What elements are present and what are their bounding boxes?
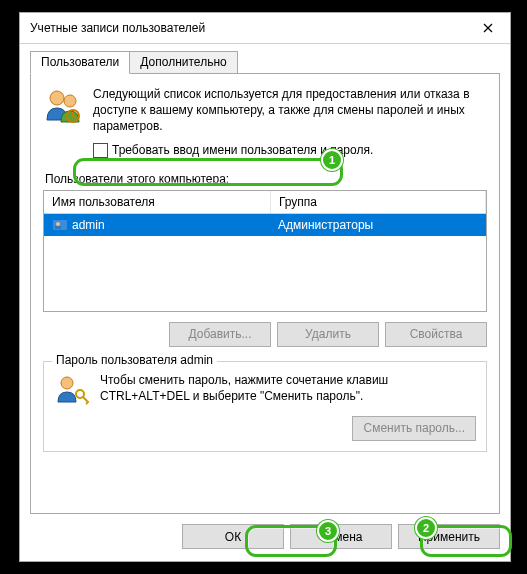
users-list[interactable]: Имя пользователя Группа admin	[43, 190, 487, 312]
ok-button[interactable]: ОК	[182, 524, 284, 549]
col-username[interactable]: Имя пользователя	[44, 191, 271, 213]
tab-advanced[interactable]: Дополнительно	[129, 51, 237, 74]
close-icon	[483, 23, 493, 33]
require-login-label[interactable]: Требовать ввод имени пользователя и паро…	[112, 143, 373, 157]
tab-content: Следующий список используется для предос…	[30, 73, 500, 514]
svg-point-0	[50, 91, 64, 105]
add-button[interactable]: Добавить...	[169, 322, 271, 347]
apply-button[interactable]: Применить	[398, 524, 500, 549]
client-area: Пользователи Дополнительно Следующий спи…	[20, 44, 510, 514]
properties-button[interactable]: Свойства	[385, 322, 487, 347]
change-password-button[interactable]: Сменить пароль...	[352, 416, 476, 441]
col-group[interactable]: Группа	[271, 191, 486, 213]
titlebar: Учетные записи пользователей	[20, 13, 510, 44]
cancel-button[interactable]: Отмена	[290, 524, 392, 549]
require-login-checkbox[interactable]	[93, 143, 108, 158]
key-user-icon	[54, 372, 90, 408]
dialog-footer: ОК Отмена Применить	[20, 514, 510, 561]
svg-point-7	[76, 390, 84, 398]
user-icon	[52, 217, 68, 233]
password-group-text: Чтобы сменить пароль, нажмите сочетание …	[100, 372, 476, 404]
svg-rect-5	[55, 226, 61, 229]
svg-point-6	[61, 377, 73, 389]
list-header: Имя пользователя Группа	[44, 191, 486, 214]
tab-users[interactable]: Пользователи	[30, 51, 130, 74]
tab-strip: Пользователи Дополнительно	[30, 51, 500, 74]
window-title: Учетные записи пользователей	[30, 21, 465, 35]
password-group-title: Пароль пользователя admin	[52, 353, 217, 367]
require-login-row: Требовать ввод имени пользователя и паро…	[93, 143, 487, 158]
remove-button[interactable]: Удалить	[277, 322, 379, 347]
svg-point-4	[56, 222, 60, 226]
list-buttons: Добавить... Удалить Свойства	[43, 322, 487, 347]
intro-row: Следующий список используется для предос…	[43, 86, 487, 135]
close-button[interactable]	[465, 13, 510, 43]
users-section-label: Пользователи этого компьютера:	[45, 172, 485, 186]
svg-point-1	[64, 95, 76, 107]
cell-group: Администраторы	[270, 215, 486, 235]
password-group: Пароль пользователя admin Чтобы сменить …	[43, 361, 487, 452]
cell-username-text: admin	[72, 218, 105, 232]
table-row[interactable]: admin Администраторы	[44, 214, 486, 236]
intro-text: Следующий список используется для предос…	[93, 86, 487, 135]
cell-username: admin	[44, 214, 270, 236]
user-accounts-window: Учетные записи пользователей Пользовател…	[19, 12, 511, 562]
users-icon	[43, 86, 83, 126]
